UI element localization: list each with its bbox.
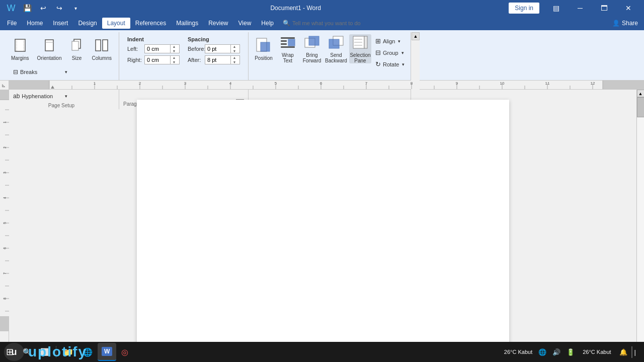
rotate-icon: ↻ — [375, 60, 381, 68]
size-icon — [70, 38, 84, 54]
align-icon: ⊞ — [375, 37, 381, 45]
word-icon[interactable]: W — [4, 1, 18, 15]
menu-review[interactable]: Review — [203, 18, 233, 29]
ribbon: Margins Orientation — [0, 30, 644, 81]
customize-quick-access[interactable]: ▾ — [68, 1, 83, 15]
spacing-before-down[interactable]: ▼ — [231, 49, 238, 53]
file-explorer-taskbar[interactable]: 📁 — [59, 343, 77, 361]
ribbon-search-input[interactable] — [292, 20, 393, 26]
title-bar-left: W 💾 ↩ ↪ ▾ — [4, 1, 83, 15]
svg-text:4: 4 — [3, 197, 7, 199]
volume-icon[interactable]: 🔊 — [550, 346, 562, 358]
menu-design[interactable]: Design — [73, 18, 102, 29]
indent-title: Indent — [127, 36, 180, 42]
show-desktop-button[interactable]: | — [631, 346, 638, 358]
margins-button[interactable]: Margins — [8, 34, 32, 64]
indent-right-input[interactable]: ▲ ▼ — [144, 55, 180, 64]
menu-view[interactable]: View — [233, 18, 257, 29]
indent-left-up[interactable]: ▲ — [171, 44, 178, 49]
document-area[interactable] — [9, 90, 636, 350]
indent-right-down[interactable]: ▼ — [171, 60, 178, 64]
edge-taskbar[interactable]: 🌐 — [78, 343, 97, 361]
spacing-after-down[interactable]: ▼ — [231, 60, 238, 64]
position-button[interactable]: Position — [253, 34, 275, 63]
spacing-before-field[interactable] — [205, 45, 230, 53]
scroll-thumb[interactable] — [637, 97, 645, 117]
group-button[interactable]: ⊟ Group ▾ — [373, 48, 407, 57]
svg-text:11: 11 — [545, 81, 550, 86]
wrap-text-button[interactable]: WrapText — [277, 34, 299, 63]
ruler-corner[interactable]: ⊾ — [0, 81, 9, 90]
svg-rect-3 — [45, 40, 53, 51]
spacing-title: Spacing — [188, 36, 240, 42]
indent-right-label: Right: — [127, 57, 142, 63]
system-clock[interactable]: 26°C Kabut — [579, 347, 615, 357]
selection-pane-button[interactable]: SelectionPane — [349, 34, 371, 63]
spacing-after-input[interactable]: ▲ ▼ — [205, 55, 240, 64]
task-view-button[interactable]: ⬜ — [36, 343, 53, 361]
svg-rect-21 — [364, 36, 367, 48]
bring-forward-button[interactable]: BringForward — [301, 34, 323, 63]
scroll-up-button[interactable]: ▲ — [637, 90, 645, 97]
word-taskbar[interactable]: W — [98, 343, 116, 361]
spacing-before-up[interactable]: ▲ — [231, 44, 238, 49]
menu-file[interactable]: File — [2, 18, 22, 29]
undo-button[interactable]: ↩ — [36, 1, 50, 15]
indent-left-down[interactable]: ▼ — [171, 49, 178, 53]
breaks-button[interactable]: ⊟ Breaks ▾ — [10, 66, 70, 78]
svg-rect-7 — [96, 40, 101, 51]
menu-layout[interactable]: Layout — [102, 18, 130, 29]
svg-rect-8 — [103, 40, 108, 51]
svg-rect-17 — [309, 36, 319, 45]
svg-rect-15 — [281, 46, 295, 48]
orientation-icon — [42, 38, 56, 54]
spacing-before-input[interactable]: ▲ ▼ — [205, 44, 240, 53]
network-icon[interactable]: 🌐 — [536, 346, 548, 358]
sign-in-button[interactable]: Sign in — [509, 3, 539, 14]
selection-pane-label: SelectionPane — [350, 52, 370, 63]
svg-rect-69 — [0, 90, 9, 100]
indent-right-field[interactable] — [145, 56, 170, 64]
start-button[interactable]: ⊞ — [2, 343, 18, 361]
save-button[interactable]: 💾 — [20, 1, 34, 15]
send-backward-button[interactable]: SendBackward — [325, 34, 347, 63]
indent-right-up[interactable]: ▲ — [171, 55, 178, 60]
spacing-before-label: Before: — [188, 46, 203, 52]
menu-home[interactable]: Home — [22, 18, 48, 29]
ribbon-display-button[interactable]: ▤ — [544, 0, 568, 16]
orientation-button[interactable]: Orientation — [34, 34, 65, 64]
search-icon: 🔍 — [283, 20, 290, 27]
menu-mailings[interactable]: Mailings — [171, 18, 203, 29]
battery-icon[interactable]: 🔋 — [565, 346, 577, 358]
search-taskbar-button[interactable]: 🔍 — [19, 343, 35, 361]
main-area: 1 2 3 4 5 6 7 8 ▲ ▼ — [0, 90, 644, 350]
vertical-ruler[interactable]: 1 2 3 4 5 6 7 8 — [0, 90, 9, 350]
svg-text:6: 6 — [320, 81, 323, 86]
notification-icon[interactable]: 🔔 — [617, 346, 629, 358]
rotate-button[interactable]: ↻ Rotate ▾ — [373, 59, 407, 69]
close-button[interactable]: ✕ — [617, 0, 640, 16]
menu-insert[interactable]: Insert — [48, 18, 73, 29]
menu-help[interactable]: Help — [256, 18, 279, 29]
document-page[interactable] — [137, 100, 509, 350]
restore-button[interactable]: 🗖 — [593, 0, 616, 16]
weather-icon[interactable]: 26°C Kabut — [502, 347, 534, 357]
share-button[interactable]: 👤 Share — [612, 20, 638, 27]
align-button[interactable]: ⊞ Align ▾ — [373, 36, 407, 46]
size-button[interactable]: Size — [67, 34, 87, 64]
ribbon-scroll-up[interactable]: ▲ — [412, 32, 420, 40]
minimize-button[interactable]: ─ — [569, 0, 592, 16]
columns-button[interactable]: Columns — [89, 34, 115, 64]
svg-rect-12 — [281, 40, 287, 42]
redo-button[interactable]: ↪ — [52, 1, 66, 15]
other-app-taskbar[interactable]: ◎ — [117, 343, 132, 361]
svg-text:5: 5 — [275, 81, 277, 86]
indent-left-field[interactable] — [145, 45, 170, 53]
svg-text:1: 1 — [3, 121, 7, 123]
menu-references[interactable]: References — [130, 18, 171, 29]
spacing-after-up[interactable]: ▲ — [231, 55, 238, 60]
horizontal-ruler[interactable]: 1 2 3 4 5 6 7 8 9 10 11 12 — [9, 81, 644, 89]
svg-rect-14 — [281, 43, 287, 45]
spacing-after-field[interactable] — [205, 56, 230, 64]
indent-left-input[interactable]: ▲ ▼ — [144, 44, 180, 53]
